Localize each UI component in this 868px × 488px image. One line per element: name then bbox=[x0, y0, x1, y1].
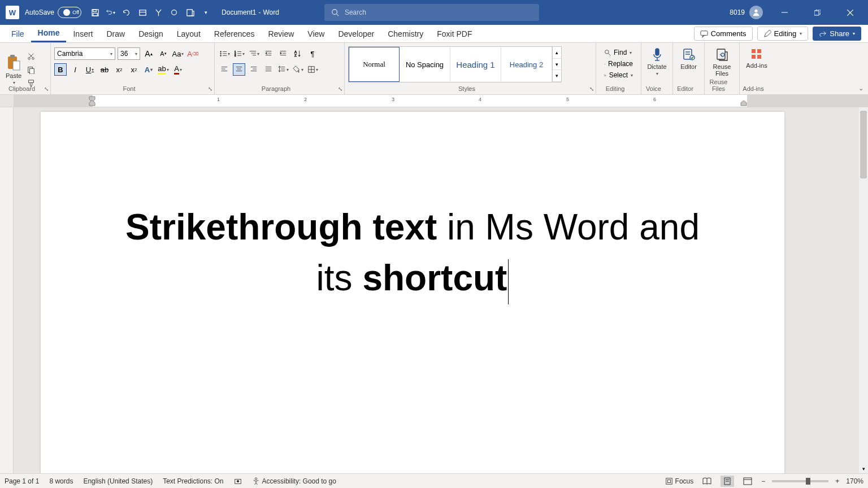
subscript-button[interactable]: x2 bbox=[113, 63, 125, 76]
style-no-spacing[interactable]: No Spacing bbox=[400, 47, 450, 82]
align-left-icon[interactable] bbox=[218, 63, 231, 76]
qat-icon-6[interactable] bbox=[170, 8, 179, 17]
document-page[interactable]: Strikethrough text in Ms Word and its sh… bbox=[41, 112, 784, 473]
replace-button[interactable]: Replace bbox=[603, 59, 634, 69]
superscript-button[interactable]: x2 bbox=[128, 63, 140, 76]
zoom-out-button[interactable]: − bbox=[761, 477, 765, 485]
qat-icon-5[interactable] bbox=[154, 8, 163, 17]
restore-button[interactable] bbox=[806, 4, 828, 21]
italic-button[interactable]: I bbox=[69, 63, 81, 76]
qat-icon-7[interactable] bbox=[185, 8, 194, 17]
tab-view[interactable]: View bbox=[301, 25, 331, 42]
tab-file[interactable]: File bbox=[5, 25, 31, 42]
page-indicator[interactable]: Page 1 of 1 bbox=[5, 477, 39, 485]
tab-references[interactable]: References bbox=[207, 25, 262, 42]
font-size-selector[interactable]: 36▾ bbox=[118, 47, 140, 60]
scrollbar-thumb[interactable] bbox=[860, 111, 867, 178]
gallery-more-icon[interactable]: ▾ bbox=[553, 70, 561, 82]
change-case-icon[interactable]: Aa▾ bbox=[172, 47, 184, 60]
tab-chemistry[interactable]: Chemistry bbox=[381, 25, 430, 42]
font-color-icon[interactable]: A▾ bbox=[172, 63, 184, 76]
comments-button[interactable]: Comments bbox=[694, 27, 753, 41]
editing-mode-button[interactable]: Editing▾ bbox=[757, 27, 809, 41]
close-button[interactable] bbox=[839, 4, 861, 21]
minimize-button[interactable] bbox=[773, 4, 796, 21]
borders-icon[interactable]: ▾ bbox=[306, 63, 319, 76]
text-effects-icon[interactable]: A▾ bbox=[142, 63, 155, 76]
sort-icon[interactable]: AZ bbox=[292, 47, 304, 60]
tab-developer[interactable]: Developer bbox=[331, 25, 381, 42]
font-name-selector[interactable]: Cambria▾ bbox=[54, 47, 115, 60]
focus-mode-button[interactable]: Focus bbox=[665, 477, 694, 485]
zoom-slider[interactable] bbox=[772, 480, 828, 482]
paragraph-dialog-launcher[interactable]: ⤡ bbox=[338, 86, 342, 92]
style-heading1[interactable]: Heading 1 bbox=[450, 47, 501, 82]
text-predictions-indicator[interactable]: Text Predictions: On bbox=[163, 477, 223, 485]
language-indicator[interactable]: English (United States) bbox=[83, 477, 153, 485]
decrease-indent-icon[interactable] bbox=[262, 47, 275, 60]
horizontal-ruler[interactable]: 1 2 3 4 5 6 bbox=[0, 95, 868, 107]
search-box[interactable]: Search bbox=[324, 4, 539, 21]
underline-button[interactable]: U▾ bbox=[84, 63, 96, 76]
addins-button[interactable]: Add-ins bbox=[743, 45, 770, 71]
style-heading2[interactable]: Heading 2 bbox=[501, 47, 552, 82]
clear-formatting-icon[interactable]: A⌫ bbox=[186, 47, 199, 60]
reuse-files-button[interactable]: Reuse Files bbox=[708, 45, 736, 79]
copy-icon[interactable] bbox=[26, 65, 36, 75]
zoom-slider-thumb[interactable] bbox=[806, 478, 810, 485]
numbering-icon[interactable]: 123▾ bbox=[233, 47, 245, 60]
right-indent-marker[interactable] bbox=[740, 101, 747, 106]
tab-insert[interactable]: Insert bbox=[66, 25, 99, 42]
macro-indicator[interactable] bbox=[234, 477, 242, 485]
shrink-font-icon[interactable]: A▾ bbox=[157, 47, 170, 60]
gallery-down-icon[interactable]: ▾ bbox=[553, 59, 561, 71]
web-layout-icon[interactable] bbox=[741, 476, 754, 487]
collapse-ribbon-icon[interactable]: ⌄ bbox=[858, 85, 863, 92]
tab-layout[interactable]: Layout bbox=[170, 25, 207, 42]
vertical-ruler[interactable] bbox=[0, 107, 14, 473]
tab-foxit[interactable]: Foxit PDF bbox=[430, 25, 479, 42]
autosave-toggle[interactable]: AutoSave Off bbox=[25, 7, 81, 18]
cut-icon[interactable] bbox=[26, 51, 36, 62]
font-dialog-launcher[interactable]: ⤡ bbox=[208, 86, 212, 92]
align-center-icon[interactable] bbox=[233, 63, 245, 76]
document-content[interactable]: Strikethrough text in Ms Word and its sh… bbox=[108, 202, 717, 304]
shading-icon[interactable]: ▾ bbox=[292, 63, 304, 76]
tab-review[interactable]: Review bbox=[261, 25, 301, 42]
zoom-level[interactable]: 170% bbox=[846, 477, 863, 485]
highlight-color-icon[interactable]: ab▾ bbox=[157, 63, 170, 76]
show-marks-icon[interactable]: ¶ bbox=[306, 47, 319, 60]
qat-icon-4[interactable] bbox=[138, 8, 147, 17]
zoom-in-button[interactable]: + bbox=[835, 477, 839, 485]
user-account[interactable]: 8019 bbox=[730, 6, 763, 19]
read-mode-icon[interactable] bbox=[700, 476, 714, 487]
align-right-icon[interactable] bbox=[248, 63, 260, 76]
undo-icon[interactable]: ▾ bbox=[106, 8, 115, 17]
qat-customize-icon[interactable]: ▾ bbox=[201, 8, 210, 17]
bold-button[interactable]: B bbox=[54, 63, 67, 76]
gallery-up-icon[interactable]: ▴ bbox=[553, 47, 561, 59]
word-count[interactable]: 8 words bbox=[49, 477, 73, 485]
print-layout-icon[interactable] bbox=[721, 476, 734, 487]
save-icon[interactable] bbox=[90, 8, 99, 17]
multilevel-list-icon[interactable]: ▾ bbox=[248, 47, 260, 60]
vertical-scrollbar[interactable]: ▴ ▾ bbox=[859, 107, 868, 473]
share-button[interactable]: Share▾ bbox=[813, 27, 861, 41]
dictate-button[interactable]: Dictate▾ bbox=[645, 45, 669, 79]
first-line-indent-marker[interactable] bbox=[89, 96, 96, 106]
tab-design[interactable]: Design bbox=[132, 25, 170, 42]
styles-dialog-launcher[interactable]: ⤡ bbox=[589, 86, 594, 92]
scroll-down-icon[interactable]: ▾ bbox=[859, 464, 868, 473]
clipboard-dialog-launcher[interactable]: ⤡ bbox=[44, 86, 49, 92]
strikethrough-button[interactable]: ab bbox=[98, 63, 111, 76]
line-spacing-icon[interactable]: ▾ bbox=[277, 63, 289, 76]
find-button[interactable]: Find▾ bbox=[603, 47, 634, 58]
justify-icon[interactable] bbox=[262, 63, 275, 76]
grow-font-icon[interactable]: A▴ bbox=[142, 47, 155, 60]
tab-home[interactable]: Home bbox=[31, 25, 67, 42]
bullets-icon[interactable]: ▾ bbox=[218, 47, 231, 60]
style-normal[interactable]: Normal bbox=[349, 47, 400, 82]
increase-indent-icon[interactable] bbox=[277, 47, 289, 60]
editor-button[interactable]: Editor bbox=[676, 45, 701, 72]
tab-draw[interactable]: Draw bbox=[99, 25, 132, 42]
